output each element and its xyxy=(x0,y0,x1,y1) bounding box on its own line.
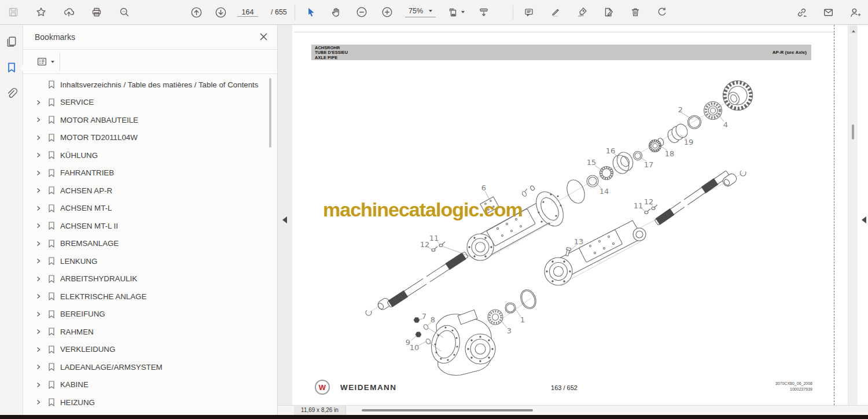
bookmark-item[interactable]: SERVICE xyxy=(23,94,277,112)
bookmark-item[interactable]: VERKLEIDUNG xyxy=(23,341,277,359)
vertical-scrollbar[interactable] xyxy=(848,25,858,405)
bookmark-icon xyxy=(48,310,55,318)
bookmark-item[interactable]: ACHSEN AP-R xyxy=(23,182,277,200)
page-thumbnails-icon xyxy=(5,35,18,48)
collapse-right-arrow[interactable] xyxy=(862,216,866,223)
share-link-button[interactable] xyxy=(794,5,809,20)
bookmark-item[interactable]: HEIZUNG xyxy=(23,394,277,411)
bookmarks-header: Bookmarks xyxy=(23,25,277,49)
previous-page-button[interactable] xyxy=(189,5,204,20)
share-link-icon xyxy=(796,6,808,19)
bookmark-icon xyxy=(48,257,55,265)
vertical-scrollbar-thumb[interactable] xyxy=(852,124,854,139)
comment-icon xyxy=(523,6,535,18)
chevron-right-icon[interactable] xyxy=(36,170,42,176)
bookmark-item[interactable]: KABINE xyxy=(23,376,277,394)
page-thumbnails-button[interactable] xyxy=(5,35,19,48)
chevron-right-icon[interactable] xyxy=(36,347,42,352)
delete-pages-button[interactable] xyxy=(628,5,643,20)
email-button[interactable] xyxy=(821,5,836,20)
bookmark-item[interactable]: ACHSEN MT-L II xyxy=(23,217,277,235)
next-page-button[interactable] xyxy=(213,5,228,20)
chevron-right-icon[interactable] xyxy=(36,329,42,335)
bookmark-icon xyxy=(48,98,55,106)
zoom-out-button[interactable] xyxy=(354,5,369,20)
horizontal-scrollbar-thumb[interactable] xyxy=(362,409,533,411)
bookmark-item[interactable]: KÜHLUNG xyxy=(23,146,277,164)
close-panel-button[interactable] xyxy=(258,31,269,44)
bookmark-item[interactable]: Inhaltsverzeichnis / Table des matières … xyxy=(23,76,277,94)
document-page-label: 163 / 652 xyxy=(294,384,834,391)
fit-page-button[interactable] xyxy=(446,5,466,20)
bookmark-icon xyxy=(48,222,55,230)
page-edge xyxy=(294,32,834,32)
edit-page-button[interactable] xyxy=(601,5,616,20)
chevron-right-icon[interactable] xyxy=(36,135,42,141)
bookmark-item[interactable]: BEREIFUNG xyxy=(23,306,277,324)
add-user-button[interactable] xyxy=(847,5,862,20)
bookmark-item-label: VERKLEIDUNG xyxy=(60,345,115,354)
rotate-pages-button[interactable] xyxy=(654,5,670,20)
chevron-right-icon[interactable] xyxy=(36,188,42,193)
bookmark-item[interactable]: ELEKTRISCHE ANLAGE xyxy=(23,288,277,306)
star-button[interactable] xyxy=(34,5,49,20)
panel-title: Bookmarks xyxy=(35,32,75,42)
bookmark-item[interactable]: MOTOR TD2011L04W xyxy=(23,129,277,147)
share-upload-button[interactable] xyxy=(61,5,76,20)
bookmark-icon xyxy=(48,398,55,406)
hand-tool-button[interactable] xyxy=(329,5,344,20)
chevron-right-icon[interactable] xyxy=(36,293,42,299)
collapse-sidebar-arrow[interactable] xyxy=(282,216,287,223)
bookmark-item-label: ARBEITSHYDRAULIK xyxy=(60,274,137,283)
left-axle-shaft xyxy=(366,251,469,315)
sidebar-scrollbar-thumb[interactable] xyxy=(269,78,271,148)
bookmark-options-button[interactable] xyxy=(35,54,56,69)
zoom-level-dropdown[interactable]: 75% xyxy=(405,7,436,17)
chevron-right-icon[interactable] xyxy=(36,205,42,211)
scroll-up-button[interactable] xyxy=(849,26,857,34)
select-tool-button[interactable] xyxy=(303,5,318,20)
doc-number: 1000237939 xyxy=(775,387,812,392)
scroll-view-button[interactable] xyxy=(476,5,491,20)
bookmark-item[interactable]: FAHRANTRIEB xyxy=(23,164,277,182)
bookmark-item[interactable]: RAHMEN xyxy=(23,323,277,341)
page-number-input[interactable] xyxy=(237,8,258,17)
chevron-right-icon[interactable] xyxy=(36,276,42,282)
chevron-right-icon[interactable] xyxy=(36,382,42,388)
part-number-label: 2 xyxy=(678,105,683,114)
chevron-right-icon[interactable] xyxy=(36,117,42,123)
chevron-right-icon[interactable] xyxy=(36,223,42,229)
bookmark-item[interactable]: ACHSEN MT-L xyxy=(23,200,277,218)
comment-button[interactable] xyxy=(521,5,536,20)
chevron-right-icon[interactable] xyxy=(36,100,42,105)
sign-button[interactable] xyxy=(575,5,590,20)
save-button[interactable] xyxy=(6,5,21,20)
chevron-right-icon[interactable] xyxy=(36,258,42,264)
attachments-button[interactable] xyxy=(5,87,19,100)
bookmark-item[interactable]: ARBEITSHYDRAULIK xyxy=(23,270,277,288)
chevron-down-icon xyxy=(429,10,432,12)
zoom-in-button[interactable] xyxy=(380,5,395,20)
part-number-label: 12 xyxy=(644,197,654,206)
bookmark-item[interactable]: LENKUNG xyxy=(23,252,277,270)
bookmark-item[interactable]: LADEANLAGE/ARMSYSTEM xyxy=(23,358,277,376)
bookmark-icon xyxy=(48,204,55,212)
chevron-right-icon[interactable] xyxy=(36,241,42,247)
bookmark-icon xyxy=(48,134,55,142)
attachments-icon xyxy=(5,87,18,100)
bookmark-icon xyxy=(48,169,55,177)
chevron-right-icon[interactable] xyxy=(36,152,42,158)
print-button[interactable] xyxy=(89,5,104,20)
chevron-right-icon[interactable] xyxy=(36,399,42,405)
bookmark-icon xyxy=(48,346,55,354)
find-button[interactable] xyxy=(117,5,132,20)
bookmark-item[interactable]: MOTOR ANBAUTEILE xyxy=(23,111,277,129)
chevron-right-icon[interactable] xyxy=(36,364,42,370)
left-rail xyxy=(0,25,23,415)
highlight-button[interactable] xyxy=(548,5,563,20)
chevron-right-icon[interactable] xyxy=(36,311,42,317)
bookmark-item[interactable]: BREMSANLAGE xyxy=(23,235,277,253)
document-viewport: 24191817161514611121311121378910 ACHSROH… xyxy=(278,25,868,405)
part-number-label: 10 xyxy=(410,343,420,352)
bookmark-icon xyxy=(48,275,55,283)
